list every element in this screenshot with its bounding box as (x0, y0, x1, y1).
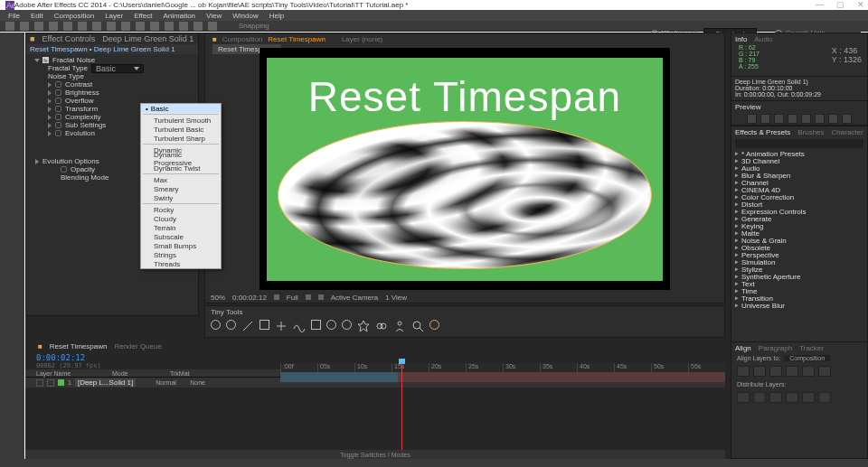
dist-3[interactable] (769, 392, 782, 403)
twirl-icon[interactable] (48, 131, 52, 136)
dd-item-swirly[interactable]: Swirly (141, 193, 221, 202)
selection-tool-icon[interactable] (5, 22, 14, 31)
dd-item-basic[interactable]: Basic (141, 104, 221, 113)
prop-noise-type[interactable]: Noise Type (26, 72, 198, 80)
prev-frame-button[interactable] (760, 114, 770, 124)
dd-item-turbulent-sharp[interactable]: Turbulent Sharp (141, 134, 221, 143)
minimize-button[interactable]: — (816, 0, 824, 9)
roto-tool-icon[interactable] (193, 22, 203, 31)
menu-layer[interactable]: Layer (100, 12, 127, 20)
menu-window[interactable]: Window (228, 12, 262, 20)
dd-item-strings[interactable]: Strings (141, 250, 221, 259)
dist-1[interactable] (737, 392, 750, 403)
align-tab[interactable]: Align (735, 344, 751, 352)
tt-link-icon[interactable] (375, 320, 388, 332)
menu-effect[interactable]: Effect (129, 12, 156, 20)
prop-fractal-type[interactable]: Fractal Type Basic (26, 64, 198, 72)
tl-tab-render[interactable]: Render Queue (114, 342, 161, 350)
viewer-time[interactable]: 0:00:02:12 (232, 294, 267, 302)
tt-arrows-icon[interactable] (275, 320, 288, 332)
playhead[interactable] (401, 361, 402, 459)
tt-wave-icon[interactable] (293, 320, 306, 332)
twirl-icon[interactable] (48, 82, 52, 88)
hand-tool-icon[interactable] (20, 22, 29, 31)
canvas-wrap[interactable]: Reset Timespan (259, 48, 670, 290)
menu-animation[interactable]: Animation (158, 12, 200, 20)
tracker-tab[interactable]: Tracker (799, 344, 824, 352)
prop-contrast[interactable]: Contrast (26, 80, 198, 89)
align-vcenter-button[interactable] (802, 366, 815, 377)
stopwatch-icon[interactable] (55, 114, 61, 120)
color-swatch[interactable] (58, 379, 64, 386)
tt-person-icon[interactable] (393, 320, 406, 332)
orbit-tool-icon[interactable] (49, 22, 58, 31)
dist-4[interactable] (786, 392, 798, 403)
tt-camera-icon[interactable] (326, 320, 336, 330)
dd-item-smeary[interactable]: Smeary (141, 184, 221, 193)
dd-item-rocky[interactable]: Rocky (141, 205, 221, 214)
dd-item-turbulent-smooth[interactable]: Turbulent Smooth (141, 116, 221, 125)
twirl-icon[interactable] (34, 59, 40, 62)
tt-star-icon[interactable] (357, 320, 370, 332)
timecode[interactable]: 0:00:02:12 (25, 351, 725, 362)
stopwatch-icon[interactable] (55, 106, 61, 112)
layer-name[interactable]: [Deep L...Solid 1] (75, 378, 136, 387)
viewer-tab-comp[interactable]: Composition (222, 35, 262, 43)
stopwatch-icon[interactable] (55, 89, 61, 96)
menu-view[interactable]: View (202, 12, 226, 20)
menu-help[interactable]: Help (265, 12, 288, 20)
tt-icon-2[interactable] (226, 320, 236, 330)
rotate-tool-icon[interactable] (63, 22, 72, 31)
next-frame-button[interactable] (788, 114, 797, 124)
tt-trash-icon[interactable] (311, 320, 321, 330)
lock-icon[interactable] (47, 379, 54, 387)
stopwatch-icon[interactable] (55, 130, 61, 136)
layer-trkmat[interactable]: None (179, 379, 205, 386)
dd-item-small-bumps[interactable]: Small Bumps (141, 241, 221, 250)
dd-item-cloudy[interactable]: Cloudy (141, 214, 221, 223)
stopwatch-icon[interactable] (55, 122, 61, 128)
dist-5[interactable] (802, 392, 815, 403)
ep-tab[interactable]: Effects & Presets (735, 128, 790, 136)
view-sel[interactable]: 1 View (385, 294, 407, 302)
tt-search-icon[interactable] (411, 320, 424, 332)
text-tool-icon[interactable] (136, 22, 145, 31)
fractal-noise-shape[interactable] (278, 121, 652, 269)
tl-footer[interactable]: Toggle Switches / Modes (25, 450, 725, 459)
align-hcenter-button[interactable] (753, 366, 766, 377)
twirl-icon[interactable] (48, 98, 52, 104)
ram-preview-button[interactable] (842, 114, 852, 124)
twirl-icon[interactable] (48, 115, 52, 120)
prop-brightness[interactable]: Brightness (26, 89, 198, 97)
tt-icon-1[interactable] (211, 320, 221, 330)
camera-tool-icon[interactable] (78, 22, 87, 31)
tiny-tools-tab[interactable]: Tiny Tools (205, 306, 724, 318)
dist-2[interactable] (753, 392, 766, 403)
pan-behind-tool-icon[interactable] (92, 22, 101, 31)
composition-canvas[interactable]: Reset Timespan (267, 58, 663, 281)
dd-item-dynamic-progressive[interactable]: Dynamic Progressive (141, 154, 221, 163)
brush-tool-icon[interactable] (150, 22, 159, 31)
clone-tool-icon[interactable] (165, 22, 174, 31)
align-target[interactable]: Composition (784, 355, 830, 361)
dist-6[interactable] (818, 392, 831, 403)
layer-mode[interactable]: Normal (139, 379, 175, 386)
last-frame-button[interactable] (801, 114, 811, 124)
fractal-type-dropdown[interactable]: Basic (91, 64, 144, 73)
maximize-button[interactable]: ▢ (836, 0, 844, 9)
close-button[interactable]: ✕ (857, 0, 864, 9)
align-left-button[interactable] (737, 366, 750, 377)
loop-button[interactable] (828, 114, 838, 124)
align-bottom-button[interactable] (818, 366, 831, 377)
dd-item-subscale[interactable]: Subscale (141, 232, 221, 241)
ep-universe-blur[interactable]: Universe Blur (731, 302, 867, 309)
fx-badge-icon[interactable]: fx (42, 57, 49, 63)
ep-search[interactable] (735, 139, 863, 148)
puppet-tool-icon[interactable] (208, 22, 217, 31)
tl-tab-comp[interactable]: Reset Timespawn (50, 342, 108, 350)
shape-tool-icon[interactable] (107, 22, 116, 31)
snapping-label[interactable]: Snapping (239, 22, 269, 30)
brushes-tab[interactable]: Brushes (797, 128, 824, 136)
pen-tool-icon[interactable] (121, 22, 130, 31)
viewer-tab-layer[interactable]: Layer (none) (342, 35, 382, 43)
